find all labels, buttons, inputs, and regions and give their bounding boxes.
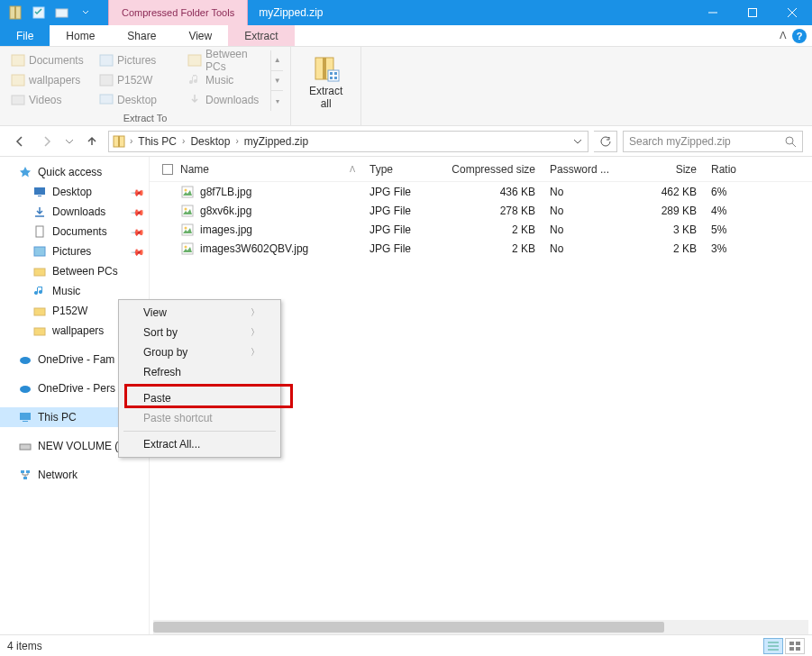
dest-desktop[interactable]: Desktop <box>96 90 178 110</box>
svg-rect-31 <box>34 308 45 315</box>
ctx-extract-all[interactable]: Extract All... <box>122 434 278 454</box>
context-menu: View〉 Sort by〉 Group by〉 Refresh Paste P… <box>118 299 281 458</box>
table-row[interactable]: images.jpgJPG File2 KBNo3 KB5% <box>150 220 812 239</box>
search-input[interactable]: Search myZipped.zip <box>623 131 803 152</box>
file-password: No <box>543 205 618 217</box>
file-type: JPG File <box>362 186 434 198</box>
col-size[interactable]: Size <box>618 163 704 176</box>
status-bar: 4 items <box>0 634 812 656</box>
file-type: JPG File <box>362 242 434 255</box>
ctx-paste[interactable]: Paste <box>122 388 278 408</box>
minimize-button[interactable] <box>693 0 733 25</box>
dest-videos[interactable]: Videos <box>7 90 90 110</box>
dest-pictures[interactable]: Pictures <box>96 50 178 70</box>
col-ratio[interactable]: Ratio <box>704 163 758 176</box>
extract-all-button[interactable]: Extract all <box>300 50 351 114</box>
dest-music[interactable]: Music <box>184 70 267 90</box>
col-name[interactable]: Nameᐱ <box>155 163 362 176</box>
file-password: No <box>543 223 618 236</box>
crumb-zip[interactable]: myZipped.zip <box>240 135 313 148</box>
tree-quick-access[interactable]: Quick access <box>0 162 149 182</box>
ctx-refresh[interactable]: Refresh <box>122 362 278 382</box>
table-row[interactable]: g8f7LB.jpgJPG File436 KBNo462 KB6% <box>150 182 812 201</box>
select-all-checkbox[interactable] <box>162 164 173 175</box>
tree-between-pcs[interactable]: Between PCs <box>0 261 149 281</box>
back-button[interactable] <box>9 131 31 152</box>
ctx-group-by[interactable]: Group by〉 <box>122 342 278 362</box>
scrollbar-thumb[interactable] <box>153 622 664 633</box>
tab-home[interactable]: Home <box>50 25 111 46</box>
file-size: 289 KB <box>618 205 704 217</box>
svg-line-25 <box>792 143 796 147</box>
col-password[interactable]: Password ... <box>543 163 618 176</box>
svg-point-33 <box>20 357 31 364</box>
svg-rect-35 <box>20 413 31 420</box>
pin-icon: 📌 <box>131 185 145 199</box>
ctx-view[interactable]: View〉 <box>122 303 278 323</box>
help-icon[interactable]: ? <box>792 29 807 43</box>
ctx-sort-by[interactable]: Sort by〉 <box>122 323 278 342</box>
table-row[interactable]: g8xv6k.jpgJPG File278 KBNo289 KB4% <box>150 201 812 220</box>
breadcrumb-bar[interactable]: › This PC › Desktop › myZipped.zip <box>108 131 588 152</box>
svg-rect-54 <box>789 647 794 651</box>
tree-music[interactable]: Music <box>0 281 149 301</box>
close-button[interactable] <box>772 0 812 25</box>
tab-extract[interactable]: Extract <box>228 25 294 46</box>
window-controls <box>693 0 812 25</box>
svg-rect-19 <box>334 72 337 75</box>
new-folder-icon[interactable] <box>52 3 72 23</box>
dest-p152w[interactable]: P152W <box>96 70 178 90</box>
table-row[interactable]: images3W602QBV.jpgJPG File2 KBNo2 KB3% <box>150 239 812 258</box>
view-thumbnails-button[interactable] <box>785 638 805 654</box>
qat-chevron-icon[interactable] <box>76 3 96 23</box>
file-name: images3W602QBV.jpg <box>200 242 308 255</box>
col-compressed-size[interactable]: Compressed size <box>434 163 543 176</box>
pin-icon: 📌 <box>131 205 145 219</box>
svg-rect-27 <box>38 196 41 196</box>
dest-scroll-down-icon[interactable]: ▼ <box>271 70 283 91</box>
dest-downloads[interactable]: Downloads <box>184 90 267 110</box>
view-details-button[interactable] <box>763 638 783 654</box>
tree-downloads[interactable]: Downloads📌 <box>0 202 149 222</box>
recent-dropdown-icon[interactable] <box>63 131 76 152</box>
tab-file[interactable]: File <box>0 25 50 46</box>
dest-more-icon[interactable]: ▾ <box>271 90 283 111</box>
up-button[interactable] <box>81 131 103 152</box>
tree-desktop[interactable]: Desktop📌 <box>0 182 149 202</box>
crumb-desktop[interactable]: Desktop <box>186 135 234 148</box>
file-type: JPG File <box>362 205 434 217</box>
sort-asc-icon: ᐱ <box>350 165 355 174</box>
col-type[interactable]: Type <box>362 163 434 176</box>
onedrive-icon <box>18 352 32 367</box>
file-compressed-size: 2 KB <box>434 242 543 255</box>
dest-scroll-up-icon[interactable]: ▲ <box>271 50 283 70</box>
tab-view[interactable]: View <box>172 25 228 46</box>
address-dropdown-icon[interactable] <box>568 132 588 151</box>
image-file-icon <box>180 241 195 256</box>
svg-rect-37 <box>20 444 31 450</box>
file-size: 3 KB <box>618 223 704 236</box>
svg-rect-52 <box>789 642 794 645</box>
svg-rect-32 <box>34 328 45 335</box>
properties-icon[interactable] <box>29 3 49 23</box>
svg-point-44 <box>185 207 187 210</box>
dest-wallpapers[interactable]: wallpapers <box>7 70 90 90</box>
dest-documents[interactable]: Documents <box>7 50 90 70</box>
ribbon-collapse-icon[interactable]: ᐱ <box>780 30 787 41</box>
file-ratio: 5% <box>704 223 758 236</box>
refresh-button[interactable] <box>594 131 617 152</box>
tree-network[interactable]: Network <box>0 465 149 485</box>
tab-share[interactable]: Share <box>111 25 172 46</box>
maximize-button[interactable] <box>733 0 772 25</box>
tree-documents[interactable]: Documents📌 <box>0 222 149 241</box>
this-pc-icon <box>18 410 32 424</box>
dest-between-pcs[interactable]: Between PCs <box>184 50 267 70</box>
horizontal-scrollbar[interactable] <box>153 620 808 634</box>
svg-rect-10 <box>188 55 201 66</box>
crumb-this-pc[interactable]: This PC <box>133 135 181 148</box>
forward-button[interactable] <box>36 131 58 152</box>
tree-pictures[interactable]: Pictures📌 <box>0 241 149 261</box>
file-compressed-size: 278 KB <box>434 205 543 217</box>
svg-rect-17 <box>328 70 339 81</box>
svg-rect-28 <box>36 226 43 237</box>
